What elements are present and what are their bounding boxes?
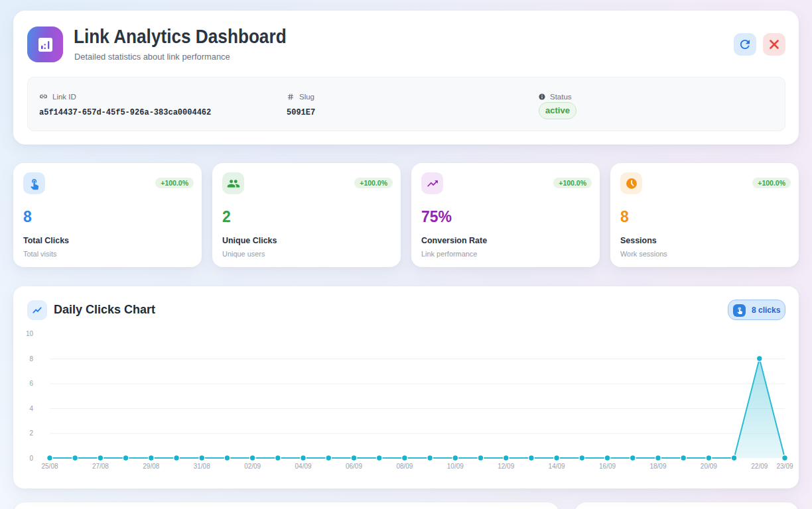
svg-text:6: 6 bbox=[29, 380, 33, 387]
svg-text:12/09: 12/09 bbox=[498, 463, 514, 470]
svg-text:23/09: 23/09 bbox=[776, 463, 793, 470]
svg-text:14/09: 14/09 bbox=[549, 463, 565, 470]
svg-text:8: 8 bbox=[29, 355, 33, 363]
svg-text:29/08: 29/08 bbox=[143, 463, 159, 470]
svg-text:18/09: 18/09 bbox=[649, 463, 666, 470]
svg-text:0: 0 bbox=[29, 455, 33, 462]
svg-text:04/09: 04/09 bbox=[295, 463, 312, 470]
svg-text:08/09: 08/09 bbox=[396, 463, 413, 470]
svg-text:25/08: 25/08 bbox=[41, 463, 58, 470]
svg-text:02/09: 02/09 bbox=[244, 463, 261, 470]
svg-text:4: 4 bbox=[29, 405, 33, 412]
svg-text:10: 10 bbox=[26, 330, 34, 337]
svg-text:22/09: 22/09 bbox=[751, 463, 768, 470]
svg-text:06/09: 06/09 bbox=[346, 463, 362, 470]
svg-text:20/09: 20/09 bbox=[701, 463, 717, 470]
svg-text:27/08: 27/08 bbox=[92, 463, 109, 470]
svg-text:31/08: 31/08 bbox=[194, 463, 210, 470]
svg-text:10/09: 10/09 bbox=[447, 463, 464, 470]
svg-text:2: 2 bbox=[29, 429, 33, 437]
svg-text:16/09: 16/09 bbox=[599, 463, 616, 470]
